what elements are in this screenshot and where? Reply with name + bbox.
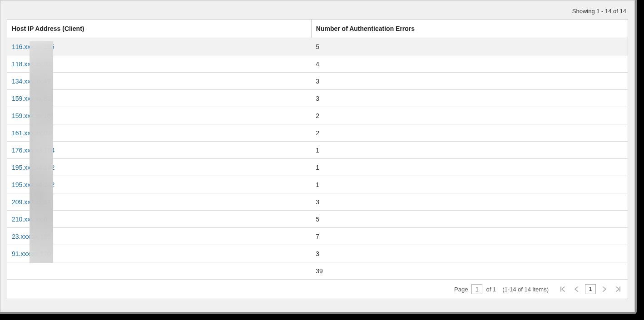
pagination-bar: Page of 1 (1-14 of 14 items) 1 xyxy=(12,284,623,294)
ip-link[interactable]: 195.xxx.x4.242 xyxy=(12,181,54,188)
ip-link[interactable]: 210.xxx.xx.6 xyxy=(12,216,47,223)
pager-range-label: (1-14 of 14 items) xyxy=(502,286,549,293)
ip-cell: 159.xxx.xx.83 xyxy=(7,90,311,107)
pager-page-display: 1 xyxy=(585,284,596,294)
results-table-container: Host IP Address (Client) Number of Authe… xyxy=(7,19,628,299)
errors-cell: 5 xyxy=(311,211,628,228)
table-row: 116.xxx.xx.1955 xyxy=(7,38,628,55)
ip-link[interactable]: 118.xxx.xx.33 xyxy=(12,60,51,68)
pager-of-label: of 1 xyxy=(486,286,496,293)
table-row: 159.xxx.xx.162 xyxy=(7,107,628,124)
errors-cell: 3 xyxy=(311,73,628,90)
ip-cell: 116.xxx.xx.195 xyxy=(7,38,311,55)
ip-link[interactable]: 23.xxx.xx.156 xyxy=(12,233,51,240)
ip-link[interactable]: 91.xxx.xx.170 xyxy=(12,250,51,257)
ip-cell: 91.xxx.xx.170 xyxy=(7,245,311,262)
ip-link[interactable]: 161.xxx.xx.03 xyxy=(12,129,51,137)
ip-cell: 176.xxx.x3.164 xyxy=(7,142,311,159)
table-row: 161.xxx.xx.032 xyxy=(7,124,628,142)
table-row: 195.xxx.x4.1421 xyxy=(7,159,628,176)
column-header-errors[interactable]: Number of Authentication Errors xyxy=(311,20,628,38)
table-row: 134.xxx.xx.493 xyxy=(7,73,628,90)
column-header-ip[interactable]: Host IP Address (Client) xyxy=(7,20,311,38)
errors-cell: 5 xyxy=(311,38,628,55)
pager-next-icon[interactable] xyxy=(599,284,609,294)
ip-link[interactable]: 159.xxx.xx.83 xyxy=(12,95,51,102)
table-row: 176.xxx.x3.1641 xyxy=(7,142,628,159)
errors-cell: 2 xyxy=(311,124,628,142)
table-row: 23.xxx.xx.1567 xyxy=(7,228,628,245)
errors-cell: 1 xyxy=(311,176,628,193)
ip-link[interactable]: 159.xxx.xx.16 xyxy=(12,112,51,119)
errors-cell: 3 xyxy=(311,245,628,262)
errors-cell: 7 xyxy=(311,228,628,245)
table-row: 209.xxx.xx.373 xyxy=(7,193,628,211)
ip-link[interactable]: 116.xxx.xx.195 xyxy=(12,43,54,50)
results-count-status: Showing 1 - 14 of 14 xyxy=(7,5,628,19)
ip-link[interactable]: 176.xxx.x3.164 xyxy=(12,147,54,154)
table-row: 159.xxx.xx.833 xyxy=(7,90,628,107)
totals-row: 39 xyxy=(7,262,628,280)
pager-first-icon[interactable] xyxy=(558,284,568,294)
ip-cell: 134.xxx.xx.49 xyxy=(7,73,311,90)
errors-cell: 1 xyxy=(311,142,628,159)
ip-cell: 23.xxx.xx.156 xyxy=(7,228,311,245)
results-panel: Showing 1 - 14 of 14 Host IP Address (Cl… xyxy=(0,0,635,312)
errors-cell: 3 xyxy=(311,193,628,211)
pager-prev-icon[interactable] xyxy=(571,284,581,294)
pager-page-label: Page xyxy=(454,286,468,293)
ip-cell: 195.xxx.x4.242 xyxy=(7,176,311,193)
ip-link[interactable]: 134.xxx.xx.49 xyxy=(12,78,51,85)
totals-errors-cell: 39 xyxy=(311,262,628,280)
totals-ip-cell xyxy=(7,262,311,280)
errors-cell: 3 xyxy=(311,90,628,107)
errors-cell: 4 xyxy=(311,55,628,73)
ip-cell: 210.xxx.xx.6 xyxy=(7,211,311,228)
pager-page-input[interactable] xyxy=(471,284,482,294)
table-row: 210.xxx.xx.65 xyxy=(7,211,628,228)
ip-cell: 118.xxx.xx.33 xyxy=(7,55,311,73)
ip-link[interactable]: 209.xxx.xx.37 xyxy=(12,198,51,206)
table-row: 118.xxx.xx.334 xyxy=(7,55,628,73)
table-row: 91.xxx.xx.1703 xyxy=(7,245,628,262)
ip-cell: 209.xxx.xx.37 xyxy=(7,193,311,211)
errors-cell: 1 xyxy=(311,159,628,176)
pager-last-icon[interactable] xyxy=(613,284,623,294)
table-row: 195.xxx.x4.2421 xyxy=(7,176,628,193)
ip-cell: 161.xxx.xx.03 xyxy=(7,124,311,142)
ip-cell: 195.xxx.x4.142 xyxy=(7,159,311,176)
errors-cell: 2 xyxy=(311,107,628,124)
auth-errors-table: Host IP Address (Client) Number of Authe… xyxy=(7,20,628,299)
ip-cell: 159.xxx.xx.16 xyxy=(7,107,311,124)
ip-link[interactable]: 195.xxx.x4.142 xyxy=(12,164,54,171)
